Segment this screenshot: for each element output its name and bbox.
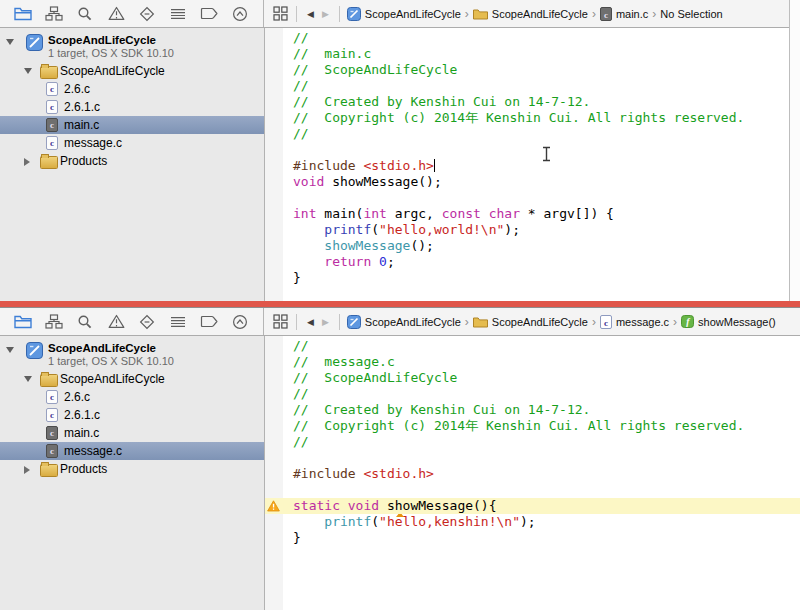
breadcrumb-item-main-c[interactable]: cmain.c [600,7,648,21]
breadcrumb-item-scopeandlifecycle[interactable]: ScopeAndLifeCycle [473,7,588,20]
code-token: return [324,254,371,269]
code-token: // Created by Kenshin Cui on 14-7-12. [293,402,590,417]
find-navigator-icon[interactable] [75,5,95,23]
code-line: int main(int argc, const char * argv[]) … [265,206,800,222]
debug-navigator-icon[interactable] [168,313,188,331]
code-token: #include [293,466,363,481]
related-items-icon[interactable] [270,5,290,23]
disclosure-triangle-icon[interactable] [6,39,14,45]
sidebar-row-2-6-1-c[interactable]: c2.6.1.c [0,406,264,424]
project-name: ScopeAndLifeCycle [48,342,156,354]
sidebar-item-label: message.c [64,444,122,458]
code-token [340,498,348,513]
c-file-dark-icon: c [600,7,612,21]
sidebar-item-label: 2.6.1.c [64,100,100,114]
source-editor-bottom[interactable]: //// message.c// ScopeAndLifeCycle//// C… [265,336,800,610]
code-token: // ScopeAndLifeCycle [293,62,457,77]
warning-icon[interactable] [267,500,280,512]
issue-navigator-icon[interactable] [106,313,126,331]
code-token: ); [520,514,536,529]
code-token: showMessage(){ [379,498,496,513]
test-navigator-icon[interactable] [137,313,157,331]
code-line: } [265,270,800,286]
related-items-icon[interactable] [270,313,290,331]
sidebar-row-products[interactable]: Products [0,460,264,478]
mouse-cursor-ibeam [541,146,552,162]
breadcrumb-item-scopeandlifecycle[interactable]: ScopeAndLifeCycle [347,315,461,329]
sidebar-row-message-c[interactable]: cmessage.c [0,442,264,460]
code-line: // ScopeAndLifeCycle [265,370,800,386]
sidebar-row-2-6-1-c[interactable]: c2.6.1.c [0,98,264,116]
c-file-icon: c [46,118,58,132]
sidebar-item-label: ScopeAndLifeCycle [60,64,165,78]
disclosure-triangle-icon[interactable] [24,158,30,166]
disclosure-triangle-icon[interactable] [24,466,30,474]
sidebar-row-scopeandlifecycle[interactable]: ScopeAndLifeCycle [0,370,264,388]
code-token: const [442,206,481,221]
code-token: ); [504,222,520,237]
sidebar-item-label: main.c [64,426,99,440]
report-navigator-icon[interactable] [230,5,250,23]
jump-bar-bottom: ◀▶ScopeAndLifeCycle›ScopeAndLifeCycle›cm… [264,308,800,335]
code-token: // Created by Kenshin Cui on 14-7-12. [293,94,590,109]
sidebar-row-main-c[interactable]: cmain.c [0,116,264,134]
sidebar-row-scopeandlifecycle[interactable]: ScopeAndLifeCycle1 target, OS X SDK 10.1… [0,339,264,370]
folder-icon [40,374,58,387]
forward-button[interactable]: ▶ [318,9,333,19]
code-token: // [293,78,309,93]
code-token: void [293,174,324,189]
code-token: // Copyright (c) 2014年 Kenshin Cui. All … [293,418,744,433]
sidebar-row-message-c[interactable]: cmessage.c [0,134,264,152]
back-button[interactable]: ◀ [303,9,318,19]
editor-pane-bottom: ◀▶ScopeAndLifeCycle›ScopeAndLifeCycle›cm… [0,308,800,610]
sidebar-row-products[interactable]: Products [0,152,264,170]
project-navigator-icon[interactable] [13,5,33,23]
source-editor-top[interactable]: //// main.c// ScopeAndLifeCycle//// Crea… [265,28,800,301]
sidebar-row-2-6-c[interactable]: c2.6.c [0,80,264,98]
breadcrumb-item-scopeandlifecycle[interactable]: ScopeAndLifeCycle [473,315,588,328]
sidebar-row-2-6-c[interactable]: c2.6.c [0,388,264,406]
code-line: // Created by Kenshin Cui on 14-7-12. [265,402,800,418]
test-navigator-icon[interactable] [137,5,157,23]
code-line: // [265,338,800,354]
code-token: (); [410,238,433,253]
breakpoint-navigator-icon[interactable] [199,313,219,331]
code-token: // main.c [293,46,371,61]
issue-navigator-icon[interactable] [106,5,126,23]
code-token: } [293,530,301,545]
symbol-navigator-icon[interactable] [44,313,64,331]
back-button[interactable]: ◀ [303,317,318,327]
code-line: // Created by Kenshin Cui on 14-7-12. [265,94,800,110]
breadcrumb-item-scopeandlifecycle[interactable]: ScopeAndLifeCycle [347,7,461,21]
sidebar-item-label: main.c [64,118,99,132]
project-icon [347,7,361,21]
disclosure-triangle-icon[interactable] [24,376,32,382]
code-token: main( [316,206,363,221]
folder-icon [40,464,58,477]
breadcrumb-separator: › [592,315,596,329]
code-area-top: //// main.c// ScopeAndLifeCycle//// Crea… [265,28,800,286]
breadcrumb-label: No Selection [660,8,722,20]
breakpoint-navigator-icon[interactable] [199,5,219,23]
project-navigator-icon[interactable] [13,313,33,331]
code-token: printf [324,514,371,529]
sidebar-row-scopeandlifecycle[interactable]: ScopeAndLifeCycle1 target, OS X SDK 10.1… [0,31,264,62]
breadcrumb-item-message-c[interactable]: cmessage.c [600,315,669,329]
forward-button[interactable]: ▶ [318,317,333,327]
find-navigator-icon[interactable] [75,313,95,331]
debug-navigator-icon[interactable] [168,5,188,23]
breadcrumb-item-no-selection[interactable]: No Selection [660,8,722,20]
sidebar-row-main-c[interactable]: cmain.c [0,424,264,442]
code-token: static [293,498,340,513]
pane-divider[interactable] [0,301,800,308]
code-line: showMessage(); [265,238,800,254]
sidebar-item-label: Products [60,462,107,476]
report-navigator-icon[interactable] [230,313,250,331]
disclosure-triangle-icon[interactable] [6,347,14,353]
symbol-navigator-icon[interactable] [44,5,64,23]
breadcrumb-item-showmessage[interactable]: fshowMessage() [681,315,776,328]
disclosure-triangle-icon[interactable] [24,68,32,74]
breadcrumb-label: message.c [616,316,669,328]
code-token: argc, [387,206,442,221]
sidebar-row-scopeandlifecycle[interactable]: ScopeAndLifeCycle [0,62,264,80]
